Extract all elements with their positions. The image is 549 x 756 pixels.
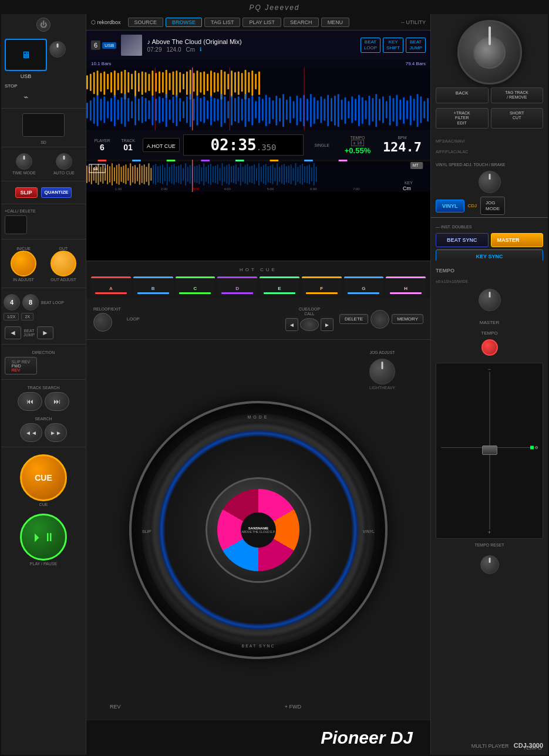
reloop-button[interactable] — [93, 313, 112, 332]
sd-slot[interactable] — [22, 113, 65, 137]
track-search-next[interactable]: ⏭ — [45, 392, 69, 411]
sd-label: SD — [1, 140, 86, 144]
quantize-button[interactable]: QUANTIZE — [41, 187, 72, 198]
svg-rect-289 — [137, 167, 138, 181]
svg-rect-90 — [217, 99, 219, 120]
menu-button[interactable]: MENU — [321, 18, 350, 27]
tag-list-button[interactable]: TAG LIST — [204, 18, 240, 27]
source-button[interactable]: SOURCE — [128, 18, 164, 27]
tempo-reset-knob[interactable] — [480, 555, 499, 574]
track-search-prev[interactable]: ⏮ — [18, 392, 42, 411]
shortcut-button[interactable]: SHORT CUT — [491, 108, 544, 129]
hcue-f[interactable]: F — [302, 276, 342, 295]
svg-rect-288 — [134, 165, 136, 184]
cue-call-prev[interactable]: ◄ — [285, 318, 298, 331]
svg-rect-97 — [241, 99, 243, 120]
two-x-button[interactable]: 2X — [21, 313, 33, 320]
browse-knob[interactable] — [457, 20, 522, 85]
call-delete-button[interactable] — [5, 215, 27, 234]
search-next[interactable]: ►► — [45, 423, 67, 442]
top-header: PQ Jeeeved — [1, 1, 548, 14]
beat-sync-button[interactable]: BEAT SYNC — [436, 233, 489, 247]
svg-rect-122 — [327, 95, 329, 126]
master-tempo-knob[interactable] — [481, 339, 498, 356]
beat-val-4[interactable]: 4 — [4, 294, 20, 310]
svg-rect-60 — [114, 95, 116, 126]
loop-section: RELOOP/EXIT LOOP CUE/LOOP CALL ◄ ► DELET… — [86, 299, 430, 340]
single-label: SINGLE — [314, 143, 329, 147]
half-x-button[interactable]: 1/2X — [4, 313, 19, 320]
vinyl-button[interactable]: VINYL — [436, 200, 464, 212]
mini-waveform-svg: 1:00 2:00 3:00 4:00 5:00 6:00 7:00 64 MT… — [86, 160, 430, 192]
hcue-h[interactable]: H — [386, 276, 426, 295]
hcue-a[interactable]: A — [91, 276, 131, 295]
tempo-fader-handle[interactable] — [482, 446, 497, 455]
play-list-button[interactable]: PLAY LIST — [242, 18, 281, 27]
hcue-b[interactable]: B — [133, 276, 173, 295]
tag-track-button[interactable]: TAG TRACK / REMOVE — [491, 87, 544, 103]
time-mode-knob[interactable] — [16, 153, 32, 170]
sync-label: BEAT SYNC — [241, 644, 275, 648]
power-button[interactable]: ⏻ — [36, 18, 50, 32]
master-button[interactable]: MASTER — [491, 233, 544, 247]
browse-button[interactable]: BROWSE — [166, 18, 202, 27]
svg-rect-222 — [215, 166, 216, 183]
play-pause-button[interactable]: ⏵⏸ — [20, 514, 67, 561]
hcue-d[interactable]: D — [217, 276, 257, 295]
beat-jump-left[interactable]: ◄ — [5, 326, 21, 339]
out-button[interactable] — [50, 251, 76, 276]
jog-adjust-knob[interactable] — [369, 359, 395, 384]
track-filter-button[interactable]: +TRACK FILTER EDIT — [436, 108, 489, 129]
slip-button[interactable]: SLIP — [15, 187, 38, 198]
cue-loop-knob[interactable] — [300, 318, 319, 331]
auto-cue-knob[interactable] — [56, 153, 72, 170]
source-knob[interactable] — [49, 41, 66, 58]
search-prev[interactable]: ◄◄ — [20, 423, 42, 442]
direction-button[interactable]: SLIP REV FWD REV — [5, 357, 37, 374]
cue-type-label: A.HOT CUE — [147, 143, 176, 149]
svg-rect-85 — [200, 98, 201, 122]
back-button[interactable]: BACK — [436, 87, 489, 103]
cue-call-next[interactable]: ► — [321, 318, 334, 331]
svg-rect-218 — [206, 167, 207, 182]
time-mode-label: TIME MODE — [12, 171, 36, 175]
svg-rect-163 — [270, 160, 279, 161]
beat-jump-right[interactable]: ► — [37, 326, 53, 339]
svg-rect-64 — [127, 98, 129, 122]
memory-button[interactable]: MEMORY — [392, 314, 423, 324]
hcue-c[interactable]: C — [176, 276, 215, 295]
cue-button[interactable]: CUE — [20, 454, 67, 501]
beat-val-8[interactable]: 8 — [22, 294, 39, 310]
beat-loop-screen-btn[interactable]: BEAT LOOP — [361, 38, 380, 52]
hcue-g[interactable]: G — [344, 276, 384, 295]
beat-loop-label: BEAT LOOP — [41, 301, 64, 305]
hcue-b-label: B — [151, 286, 155, 291]
delete-knob[interactable] — [371, 310, 389, 329]
svg-rect-107 — [275, 96, 277, 126]
slip-rev-label: SLIP REV — [12, 360, 30, 364]
delete-button[interactable]: DELETE — [339, 314, 368, 324]
svg-rect-20 — [151, 70, 153, 96]
tempo-range-knob[interactable] — [479, 289, 501, 311]
svg-rect-86 — [203, 96, 205, 123]
svg-rect-42 — [227, 74, 229, 90]
hcue-e[interactable]: E — [260, 276, 299, 295]
svg-rect-96 — [238, 96, 240, 123]
jog-wheel[interactable]: MODE SLIP VINYL BEAT SYNC SANSNAME — [129, 401, 388, 659]
svg-rect-11 — [121, 72, 123, 93]
cue-type-display[interactable]: A.HOT CUE — [143, 138, 180, 152]
vinyl-speed-knob[interactable] — [479, 171, 501, 193]
svg-rect-195 — [153, 165, 154, 184]
search-button[interactable]: SEARCH — [284, 18, 319, 27]
in-cue-button[interactable] — [11, 251, 36, 276]
jog-mode-button[interactable]: JOG MODE — [480, 197, 505, 215]
key-sync-button[interactable]: KEY SYNC — [436, 249, 543, 261]
svg-rect-198 — [160, 166, 161, 183]
key-shift-screen-btn[interactable]: KEY SHIFT — [383, 38, 403, 52]
beat-jump-screen-btn[interactable]: BEAT JUMP — [406, 38, 426, 52]
svg-rect-135 — [372, 98, 373, 122]
svg-rect-33 — [197, 70, 198, 96]
master-tempo-label: MASTER TEMPO — [480, 320, 499, 336]
usb-slot[interactable]: 🖥 — [5, 39, 47, 71]
zero-led — [530, 446, 534, 449]
